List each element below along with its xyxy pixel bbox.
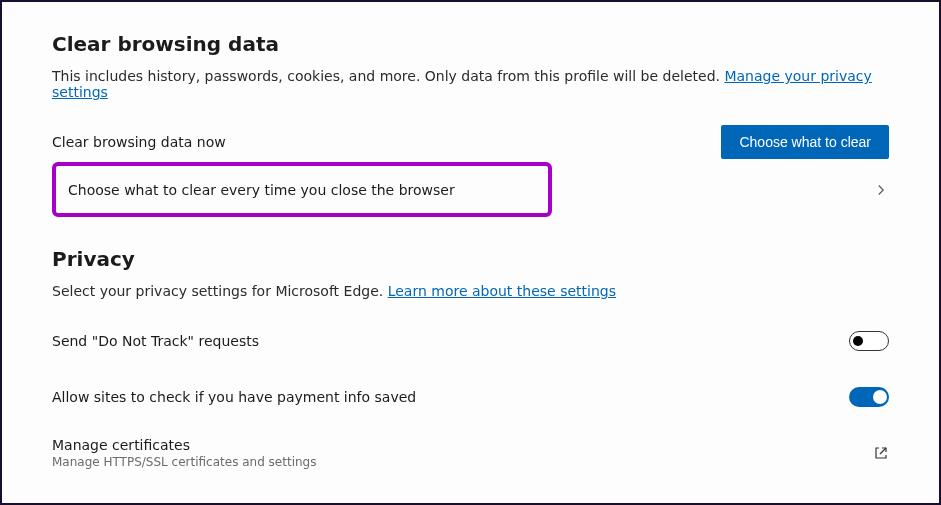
learn-more-settings-link[interactable]: Learn more about these settings [388,283,616,299]
manage-certificates-sublabel: Manage HTTPS/SSL certificates and settin… [52,455,316,469]
clear-on-close-label: Choose what to clear every time you clos… [68,182,455,198]
clear-browsing-desc-text: This includes history, passwords, cookie… [52,68,724,84]
do-not-track-toggle[interactable] [849,331,889,351]
payment-info-row: Allow sites to check if you have payment… [52,377,889,417]
do-not-track-label: Send "Do Not Track" requests [52,333,259,349]
clear-browsing-data-heading: Clear browsing data [52,32,889,56]
payment-info-label: Allow sites to check if you have payment… [52,389,416,405]
clear-browsing-data-description: This includes history, passwords, cookie… [52,68,889,100]
manage-certificates-row[interactable]: Manage certificates Manage HTTPS/SSL cer… [52,433,889,473]
do-not-track-row: Send "Do Not Track" requests [52,321,889,361]
privacy-desc-text: Select your privacy settings for Microso… [52,283,388,299]
clear-browsing-data-now-row: Clear browsing data now Choose what to c… [52,122,889,162]
manage-certificates-label: Manage certificates [52,437,316,453]
clear-now-label: Clear browsing data now [52,134,226,150]
clear-on-close-highlight: Choose what to clear every time you clos… [52,162,552,217]
privacy-description: Select your privacy settings for Microso… [52,283,889,299]
privacy-heading: Privacy [52,247,889,271]
payment-info-toggle[interactable] [849,387,889,407]
clear-on-close-row[interactable]: Choose what to clear every time you clos… [52,162,889,217]
chevron-right-icon [873,182,889,198]
choose-what-to-clear-button[interactable]: Choose what to clear [721,125,889,159]
external-link-icon [873,445,889,461]
